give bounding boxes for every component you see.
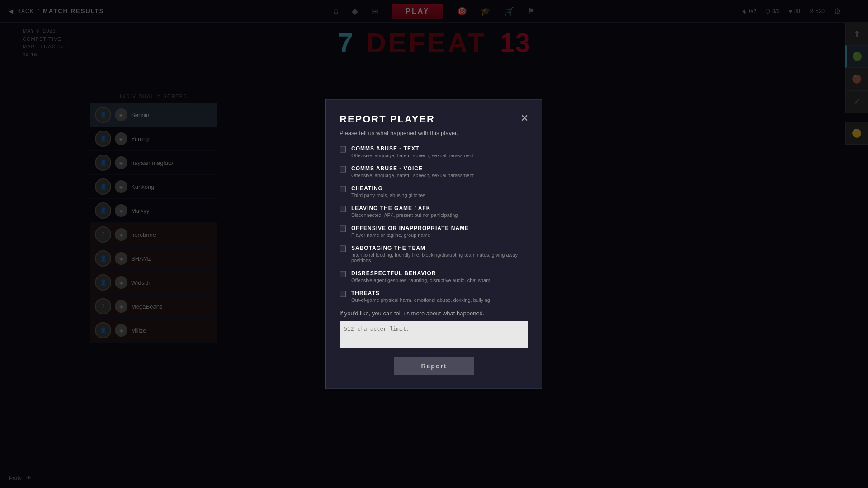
report-checkbox-name[interactable] xyxy=(340,226,346,232)
report-checkbox-cheating[interactable] xyxy=(340,186,346,192)
report-option-content: COMMS ABUSE - TEXT Offensive language, h… xyxy=(351,145,528,158)
modal-close-button[interactable]: ✕ xyxy=(520,113,528,123)
report-option-desc: Intentional feeding, friendly fire, bloc… xyxy=(351,252,528,263)
report-option-content: SABOTAGING THE TEAM Intentional feeding,… xyxy=(351,245,528,263)
report-option-desc: Player name or tagline, group name xyxy=(351,232,528,238)
report-option-title: COMMS ABUSE - VOICE xyxy=(351,165,528,172)
report-option-name[interactable]: OFFENSIVE OR INAPPROPRIATE NAME Player n… xyxy=(340,225,528,238)
report-submit-button[interactable]: Report xyxy=(394,357,474,375)
report-option-afk[interactable]: LEAVING THE GAME / AFK Disconnected, AFK… xyxy=(340,205,528,218)
report-option-sabotage[interactable]: SABOTAGING THE TEAM Intentional feeding,… xyxy=(340,245,528,263)
report-checkbox-disrespect[interactable] xyxy=(340,271,346,277)
report-option-desc: Out-of-game physical harm, emotional abu… xyxy=(351,297,528,303)
report-option-threats[interactable]: THREATS Out-of-game physical harm, emoti… xyxy=(340,290,528,303)
report-option-desc: Third party tools, abusing glitches xyxy=(351,192,528,198)
report-option-comms-voice[interactable]: COMMS ABUSE - VOICE Offensive language, … xyxy=(340,165,528,178)
report-option-desc: Disconnected, AFK, present but not parti… xyxy=(351,212,528,218)
report-option-content: THREATS Out-of-game physical harm, emoti… xyxy=(351,290,528,303)
report-option-title: SABOTAGING THE TEAM xyxy=(351,245,528,251)
report-option-title: CHEATING xyxy=(351,185,528,192)
report-checkbox-afk[interactable] xyxy=(340,206,346,212)
modal-extra-label: If you'd like, you can tell us more abou… xyxy=(340,310,528,317)
modal-header: REPORT PLAYER ✕ xyxy=(340,113,528,125)
modal-title: REPORT PLAYER xyxy=(340,113,435,125)
report-option-content: DISRESPECTFUL BEHAVIOR Offensive agent g… xyxy=(351,270,528,283)
report-option-comms-text[interactable]: COMMS ABUSE - TEXT Offensive language, h… xyxy=(340,145,528,158)
report-option-content: COMMS ABUSE - VOICE Offensive language, … xyxy=(351,165,528,178)
report-option-desc: Offensive language, hateful speech, sexu… xyxy=(351,153,528,158)
report-checkbox-sabotage[interactable] xyxy=(340,246,346,252)
report-option-title: COMMS ABUSE - TEXT xyxy=(351,145,528,152)
modal-subtitle: Please tell us what happened with this p… xyxy=(340,130,528,136)
report-option-cheating[interactable]: CHEATING Third party tools, abusing glit… xyxy=(340,185,528,198)
report-option-desc: Offensive agent gestures, taunting, disr… xyxy=(351,277,528,283)
report-option-content: LEAVING THE GAME / AFK Disconnected, AFK… xyxy=(351,205,528,218)
report-option-content: OFFENSIVE OR INAPPROPRIATE NAME Player n… xyxy=(351,225,528,238)
report-option-title: OFFENSIVE OR INAPPROPRIATE NAME xyxy=(351,225,528,231)
report-option-content: CHEATING Third party tools, abusing glit… xyxy=(351,185,528,198)
report-option-desc: Offensive language, hateful speech, sexu… xyxy=(351,173,528,178)
report-option-title: DISRESPECTFUL BEHAVIOR xyxy=(351,270,528,277)
report-checkbox-comms-voice[interactable] xyxy=(340,166,346,173)
report-checkbox-comms-text[interactable] xyxy=(340,146,346,153)
report-player-modal: REPORT PLAYER ✕ Please tell us what happ… xyxy=(326,99,542,389)
report-option-title: THREATS xyxy=(351,290,528,296)
report-checkbox-threats[interactable] xyxy=(340,291,346,297)
report-textarea[interactable] xyxy=(340,321,528,348)
report-option-title: LEAVING THE GAME / AFK xyxy=(351,205,528,211)
report-option-disrespect[interactable]: DISRESPECTFUL BEHAVIOR Offensive agent g… xyxy=(340,270,528,283)
